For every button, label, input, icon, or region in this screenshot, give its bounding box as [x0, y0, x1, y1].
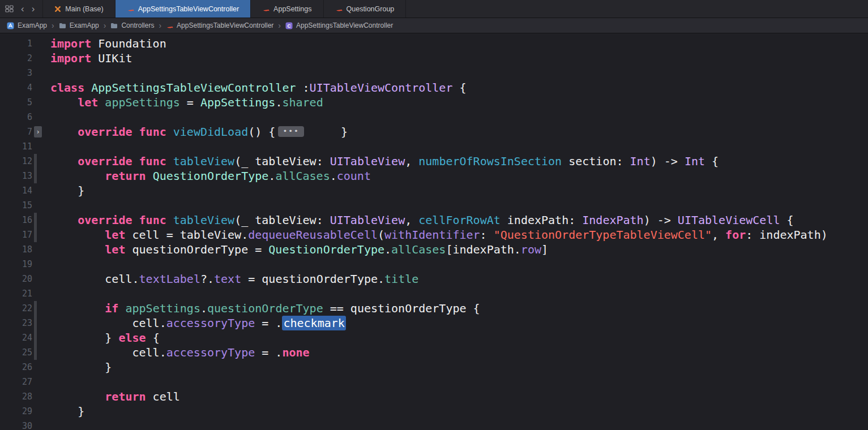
code-token: import: [50, 37, 91, 50]
code-token: return: [105, 169, 146, 183]
code-text[interactable]: [50, 66, 868, 80]
code-token: override: [78, 125, 132, 139]
fold-ribbon: [32, 301, 50, 316]
code-text[interactable]: [50, 139, 868, 154]
code-text[interactable]: let questionOrderType = QuestionOrderTyp…: [50, 242, 868, 257]
code-token: func: [139, 213, 166, 227]
breadcrumb-item-appsettingstableviewcontroller-4[interactable]: CAppSettingsTableViewController: [285, 22, 393, 29]
line-number[interactable]: 14: [0, 183, 32, 198]
code-token: ,: [405, 154, 418, 168]
line-number[interactable]: 25: [0, 345, 32, 360]
tab-label: AppSettingsTableViewController: [138, 5, 239, 13]
line-number[interactable]: 26: [0, 360, 32, 375]
code-text[interactable]: override func tableView(_ tableView: UIT…: [50, 213, 868, 227]
tab-appsettings[interactable]: AppSettings: [251, 0, 323, 18]
code-text[interactable]: [50, 198, 868, 213]
breadcrumb-item-examapp-1[interactable]: ExamApp: [59, 22, 99, 29]
fold-ribbon: [32, 330, 50, 345]
code-text[interactable]: let cell = tableView.dequeueReusableCell…: [50, 227, 868, 242]
code-text[interactable]: cell.accessoryType = .checkmark: [50, 316, 868, 330]
code-text[interactable]: }: [50, 183, 868, 198]
line-number[interactable]: 13: [0, 169, 32, 183]
code-text[interactable]: }: [50, 360, 868, 375]
tab-main-base[interactable]: Main (Base): [42, 0, 115, 18]
line-number[interactable]: 30: [0, 419, 32, 430]
chevron-separator-icon: ›: [104, 22, 106, 29]
code-text[interactable]: [50, 419, 868, 430]
line-number[interactable]: 5: [0, 95, 32, 110]
code-token: class: [50, 81, 84, 94]
line-number[interactable]: 4: [0, 80, 32, 95]
code-line-3: 3: [0, 66, 868, 80]
code-line-21: 21: [0, 286, 868, 301]
tab-overview-icon[interactable]: [5, 5, 14, 12]
code-text[interactable]: cell.accessoryType = .none: [50, 345, 868, 360]
code-text[interactable]: [50, 375, 868, 389]
code-text[interactable]: }: [50, 404, 868, 419]
code-line-29: 29 }: [0, 404, 868, 419]
line-number[interactable]: 24: [0, 330, 32, 345]
code-text[interactable]: override func viewDidLoad() {••• }: [50, 124, 868, 139]
code-token: }: [50, 331, 118, 345]
fold-ribbon: [32, 419, 50, 430]
folded-code-ellipsis[interactable]: •••: [278, 126, 303, 137]
code-token: QuestionOrderType: [268, 243, 384, 256]
line-number[interactable]: 18: [0, 242, 32, 257]
tab-label: Main (Base): [65, 5, 103, 13]
code-text[interactable]: cell.textLabel?.text = questionOrderType…: [50, 272, 868, 286]
line-number[interactable]: 29: [0, 404, 32, 419]
code-token: return: [105, 390, 146, 403]
code-text[interactable]: override func tableView(_ tableView: UIT…: [50, 154, 868, 169]
line-number[interactable]: 23: [0, 316, 32, 330]
code-text[interactable]: if appSettings.questionOrderType == ques…: [50, 301, 868, 316]
code-token: questionOrderType =: [125, 243, 268, 256]
breadcrumb-item-controllers-2[interactable]: Controllers: [110, 22, 154, 29]
source-editor[interactable]: 1import Foundation2import UIKit34class A…: [0, 33, 868, 430]
line-number[interactable]: 17: [0, 227, 32, 242]
code-token: : indexPath): [746, 228, 828, 242]
line-number[interactable]: 28: [0, 389, 32, 404]
line-number[interactable]: 2: [0, 51, 32, 66]
code-text[interactable]: [50, 110, 868, 124]
code-token: cell.: [50, 316, 166, 330]
code-token: title: [384, 272, 418, 286]
line-number[interactable]: 22: [0, 301, 32, 316]
code-text[interactable]: import Foundation: [50, 36, 868, 51]
breadcrumb-item-examapp-0[interactable]: ExamApp: [7, 22, 47, 29]
line-number[interactable]: 19: [0, 257, 32, 272]
code-text[interactable]: let appSettings = AppSettings.shared: [50, 95, 868, 110]
line-number[interactable]: 16: [0, 213, 32, 227]
line-number[interactable]: 15: [0, 198, 32, 213]
line-number[interactable]: 1: [0, 36, 32, 51]
chevron-separator-icon: ›: [52, 22, 54, 29]
code-token: Foundation: [91, 37, 166, 50]
code-text[interactable]: import UIKit: [50, 51, 868, 66]
tab-appsettingstableviewcontroller[interactable]: AppSettingsTableViewController: [116, 0, 251, 18]
code-token: questionOrderType: [207, 302, 323, 315]
code-text[interactable]: return cell: [50, 389, 868, 404]
line-number[interactable]: 6: [0, 110, 32, 124]
code-text[interactable]: class AppSettingsTableViewController :UI…: [50, 80, 868, 95]
tab-questiongroup[interactable]: QuestionGroup: [324, 0, 407, 18]
project-icon: [7, 22, 14, 29]
go-back-icon[interactable]: ‹: [21, 4, 24, 14]
code-token: Int: [685, 154, 705, 168]
code-line-26: 26 }: [0, 360, 868, 375]
line-number[interactable]: 12: [0, 154, 32, 169]
line-number[interactable]: 3: [0, 66, 32, 80]
fold-disclosure-icon[interactable]: ›: [34, 126, 42, 137]
fold-ribbon: [32, 345, 50, 360]
code-text[interactable]: return QuestionOrderType.allCases.count: [50, 169, 868, 183]
code-text[interactable]: } else {: [50, 330, 868, 345]
line-number[interactable]: 7: [0, 124, 32, 139]
code-text[interactable]: [50, 257, 868, 272]
go-forward-icon[interactable]: ›: [32, 4, 35, 14]
line-number[interactable]: 20: [0, 272, 32, 286]
line-number[interactable]: 27: [0, 375, 32, 389]
line-number[interactable]: 21: [0, 286, 32, 301]
code-token: [98, 96, 105, 109]
fold-ribbon-bar: [34, 301, 37, 316]
line-number[interactable]: 11: [0, 139, 32, 154]
code-text[interactable]: [50, 286, 868, 301]
breadcrumb-item-appsettingstableviewcontroller-3[interactable]: AppSettingsTableViewController: [166, 22, 273, 29]
